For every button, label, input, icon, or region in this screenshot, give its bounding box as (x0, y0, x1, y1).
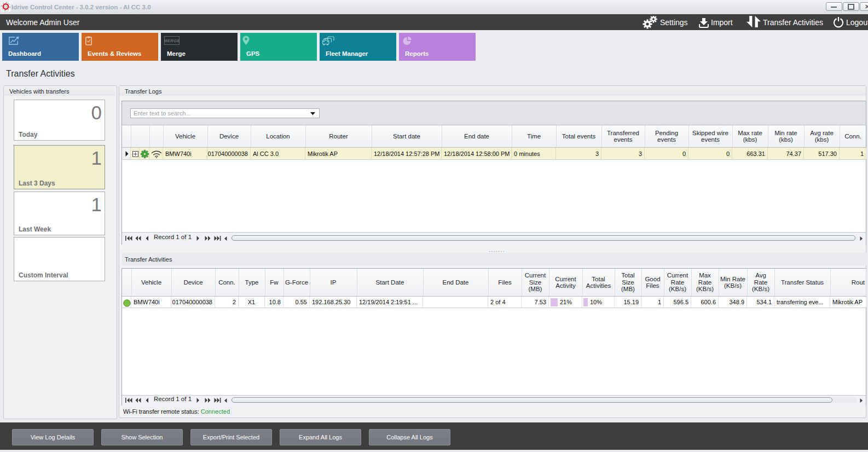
svg-text:MERGE: MERGE (164, 38, 180, 43)
